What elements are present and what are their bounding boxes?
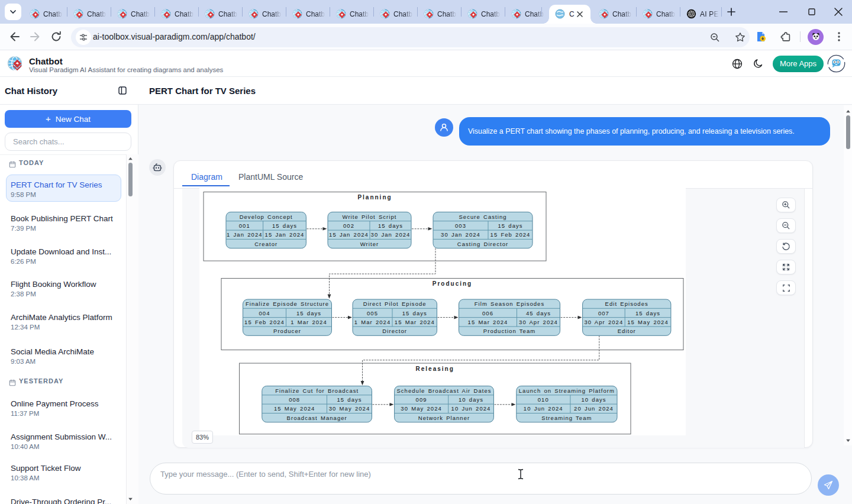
svg-text:30 Apr 2024: 30 Apr 2024 — [585, 319, 624, 325]
svg-text:Film Season Episodes: Film Season Episodes — [475, 301, 545, 307]
svg-text:Creator: Creator — [254, 241, 277, 247]
svg-text:Edit Episodes: Edit Episodes — [605, 301, 648, 307]
svg-text:009: 009 — [416, 396, 427, 403]
svg-text:15 days: 15 days — [296, 310, 321, 316]
svg-text:Writer: Writer — [360, 241, 379, 247]
svg-text:30 May 2024: 30 May 2024 — [401, 405, 441, 412]
svg-text:15 Feb 2024: 15 Feb 2024 — [490, 231, 531, 238]
svg-text:Editor: Editor — [618, 328, 636, 334]
svg-text:Director: Director — [382, 328, 407, 334]
svg-text:Broadcast Manager: Broadcast Manager — [287, 415, 347, 421]
svg-text:008: 008 — [289, 396, 300, 403]
svg-text:15 May 2024: 15 May 2024 — [627, 319, 668, 325]
svg-text:20 Jun 2024: 20 Jun 2024 — [574, 405, 614, 412]
svg-text:006: 006 — [482, 310, 493, 316]
svg-text:30 May 2024: 30 May 2024 — [329, 405, 370, 412]
svg-text:Streaming Team: Streaming Team — [541, 415, 592, 421]
svg-text:15 Jan 2024: 15 Jan 2024 — [329, 231, 369, 238]
svg-text:30 Apr 2024: 30 Apr 2024 — [519, 319, 558, 325]
svg-text:007: 007 — [598, 310, 609, 316]
svg-text:15 days: 15 days — [378, 222, 403, 229]
svg-text:002: 002 — [343, 222, 354, 229]
svg-text:45 days: 45 days — [526, 310, 551, 316]
svg-text:15 Jan 2024: 15 Jan 2024 — [265, 231, 305, 238]
svg-text:Planning: Planning — [357, 194, 392, 201]
svg-text:Producing: Producing — [433, 280, 472, 287]
svg-text:Network Planner: Network Planner — [418, 415, 470, 421]
svg-text:004: 004 — [259, 310, 270, 316]
svg-text:Write Pilot Script: Write Pilot Script — [343, 214, 397, 220]
svg-text:10 Jun 2024: 10 Jun 2024 — [451, 405, 491, 412]
svg-text:Finalize Episode Structure: Finalize Episode Structure — [246, 301, 329, 307]
svg-text:15 days: 15 days — [272, 222, 297, 229]
svg-text:10 Jun 2024: 10 Jun 2024 — [524, 405, 563, 412]
svg-text:005: 005 — [367, 310, 378, 316]
svg-text:15 days: 15 days — [498, 222, 522, 229]
svg-text:Schedule Broadcast Air Dates: Schedule Broadcast Air Dates — [396, 387, 491, 394]
svg-text:15 Mar 2024: 15 Mar 2024 — [395, 319, 435, 325]
svg-text:001: 001 — [239, 222, 250, 229]
svg-text:Launch on Streaming Platform: Launch on Streaming Platform — [519, 387, 615, 394]
svg-text:1 Mar 2024: 1 Mar 2024 — [354, 319, 391, 325]
svg-text:Secure Casting: Secure Casting — [459, 214, 506, 220]
svg-text:15 days: 15 days — [635, 310, 660, 316]
svg-text:1 Mar 2024: 1 Mar 2024 — [291, 319, 327, 325]
svg-text:003: 003 — [455, 222, 466, 229]
svg-text:15 Feb 2024: 15 Feb 2024 — [244, 319, 285, 325]
svg-text:1 Jan 2024: 1 Jan 2024 — [227, 231, 263, 238]
svg-text:Production Team: Production Team — [483, 328, 535, 334]
svg-text:10 days: 10 days — [581, 396, 606, 403]
svg-text:010: 010 — [538, 396, 549, 403]
svg-text:Releasing: Releasing — [416, 366, 454, 372]
svg-text:15 May 2024: 15 May 2024 — [274, 405, 315, 412]
svg-text:Develop Concept: Develop Concept — [240, 214, 293, 220]
svg-text:Casting Director: Casting Director — [457, 241, 508, 247]
svg-text:Direct Pilot Episode: Direct Pilot Episode — [363, 301, 427, 307]
svg-text:Finalize Cut for Broadcast: Finalize Cut for Broadcast — [275, 387, 359, 394]
svg-text:30 Jan 2024: 30 Jan 2024 — [371, 231, 411, 238]
svg-text:15 days: 15 days — [337, 396, 362, 403]
svg-text:15 days: 15 days — [402, 310, 427, 316]
svg-text:Producer: Producer — [273, 328, 301, 334]
svg-text:10 days: 10 days — [459, 396, 483, 403]
svg-text:15 Mar 2024: 15 Mar 2024 — [468, 319, 508, 325]
svg-text:30 Jan 2024: 30 Jan 2024 — [441, 231, 480, 238]
